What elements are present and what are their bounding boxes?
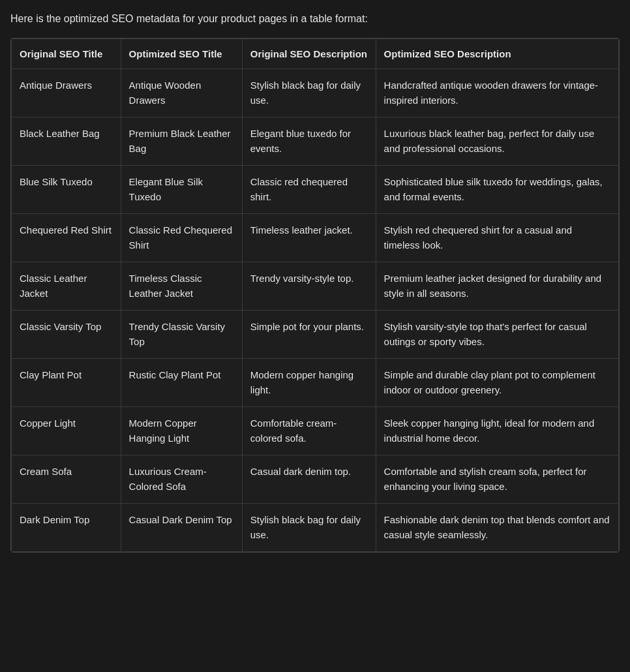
cell-original-desc: Elegant blue tuxedo for events. bbox=[242, 117, 376, 166]
cell-optimized-desc: Simple and durable clay plant pot to com… bbox=[376, 359, 618, 407]
cell-original-title: Blue Silk Tuxedo bbox=[12, 166, 121, 214]
cell-optimized-desc: Stylish varsity-style top that's perfect… bbox=[376, 311, 618, 359]
table-header-row: Original SEO Title Optimized SEO Title O… bbox=[12, 39, 619, 69]
cell-original-desc: Timeless leather jacket. bbox=[242, 214, 376, 262]
table-row: Chequered Red ShirtClassic Red Chequered… bbox=[12, 214, 619, 262]
header-original-title: Original SEO Title bbox=[12, 39, 121, 69]
cell-optimized-title: Modern Copper Hanging Light bbox=[121, 407, 242, 455]
cell-original-desc: Casual dark denim top. bbox=[242, 455, 376, 504]
header-original-desc: Original SEO Description bbox=[242, 39, 376, 69]
cell-optimized-desc: Handcrafted antique wooden drawers for v… bbox=[376, 69, 618, 117]
header-optimized-desc: Optimized SEO Description bbox=[376, 39, 618, 69]
table-row: Blue Silk TuxedoElegant Blue Silk Tuxedo… bbox=[12, 166, 619, 214]
cell-original-desc: Classic red chequered shirt. bbox=[242, 166, 376, 214]
table-row: Classic Leather JacketTimeless Classic L… bbox=[12, 262, 619, 311]
cell-original-title: Antique Drawers bbox=[12, 69, 121, 117]
cell-original-title: Cream Sofa bbox=[12, 455, 121, 504]
cell-optimized-desc: Sophisticated blue silk tuxedo for weddi… bbox=[376, 166, 618, 214]
cell-original-desc: Simple pot for your plants. bbox=[242, 311, 376, 359]
cell-original-desc: Trendy varsity-style top. bbox=[242, 262, 376, 311]
table-row: Classic Varsity TopTrendy Classic Varsit… bbox=[12, 311, 619, 359]
cell-original-title: Dark Denim Top bbox=[12, 504, 121, 552]
table-row: Cream SofaLuxurious Cream-Colored SofaCa… bbox=[12, 455, 619, 504]
cell-original-desc: Modern copper hanging light. bbox=[242, 359, 376, 407]
table-row: Dark Denim TopCasual Dark Denim TopStyli… bbox=[12, 504, 619, 552]
header-optimized-title: Optimized SEO Title bbox=[121, 39, 242, 69]
cell-original-desc: Comfortable cream-colored sofa. bbox=[242, 407, 376, 455]
cell-optimized-title: Rustic Clay Plant Pot bbox=[121, 359, 242, 407]
table-row: Clay Plant PotRustic Clay Plant PotModer… bbox=[12, 359, 619, 407]
cell-optimized-desc: Premium leather jacket designed for dura… bbox=[376, 262, 618, 311]
cell-optimized-title: Antique Wooden Drawers bbox=[121, 69, 242, 117]
cell-optimized-title: Classic Red Chequered Shirt bbox=[121, 214, 242, 262]
table-row: Antique DrawersAntique Wooden DrawersSty… bbox=[12, 69, 619, 117]
cell-optimized-desc: Sleek copper hanging light, ideal for mo… bbox=[376, 407, 618, 455]
cell-optimized-desc: Comfortable and stylish cream sofa, perf… bbox=[376, 455, 618, 504]
cell-optimized-title: Timeless Classic Leather Jacket bbox=[121, 262, 242, 311]
cell-optimized-title: Premium Black Leather Bag bbox=[121, 117, 242, 166]
cell-optimized-desc: Fashionable dark denim top that blends c… bbox=[376, 504, 618, 552]
cell-original-title: Copper Light bbox=[12, 407, 121, 455]
cell-original-desc: Stylish black bag for daily use. bbox=[242, 504, 376, 552]
cell-original-title: Chequered Red Shirt bbox=[12, 214, 121, 262]
intro-text: Here is the optimized SEO metadata for y… bbox=[10, 10, 620, 27]
cell-original-title: Classic Varsity Top bbox=[12, 311, 121, 359]
cell-original-title: Classic Leather Jacket bbox=[12, 262, 121, 311]
cell-original-title: Clay Plant Pot bbox=[12, 359, 121, 407]
cell-optimized-desc: Stylish red chequered shirt for a casual… bbox=[376, 214, 618, 262]
table-row: Copper LightModern Copper Hanging LightC… bbox=[12, 407, 619, 455]
cell-original-desc: Stylish black bag for daily use. bbox=[242, 69, 376, 117]
cell-optimized-title: Trendy Classic Varsity Top bbox=[121, 311, 242, 359]
seo-table: Original SEO Title Optimized SEO Title O… bbox=[11, 38, 619, 552]
table-container: Original SEO Title Optimized SEO Title O… bbox=[10, 38, 620, 553]
cell-optimized-desc: Luxurious black leather bag, perfect for… bbox=[376, 117, 618, 166]
cell-original-title: Black Leather Bag bbox=[12, 117, 121, 166]
cell-optimized-title: Casual Dark Denim Top bbox=[121, 504, 242, 552]
cell-optimized-title: Luxurious Cream-Colored Sofa bbox=[121, 455, 242, 504]
table-row: Black Leather BagPremium Black Leather B… bbox=[12, 117, 619, 166]
cell-optimized-title: Elegant Blue Silk Tuxedo bbox=[121, 166, 242, 214]
